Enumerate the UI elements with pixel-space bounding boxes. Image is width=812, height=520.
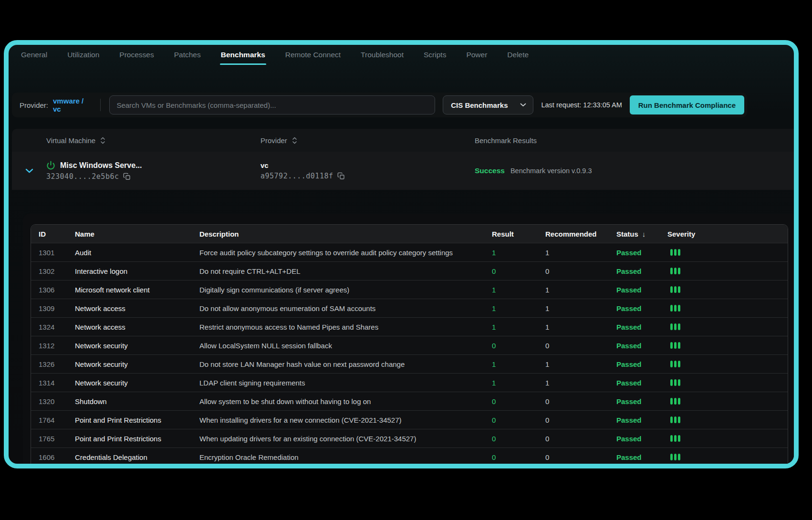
benchmark-row[interactable]: 1320ShutdownAllow system to be shut down… [31,392,788,410]
cell-id: 1606 [31,453,67,461]
cell-status: Passed [616,397,667,406]
cell-name: Microsoft network client [67,286,199,294]
cell-status: Passed [616,267,667,275]
cell-status: Passed [616,323,667,331]
severity-bar [678,416,680,423]
severity-bar [670,342,673,349]
tab-scripts[interactable]: Scripts [424,45,446,65]
cell-recommended: 0 [545,453,616,461]
benchmark-table-header: ID Name Description Result Recommended S… [31,225,788,243]
cell-status: Passed [616,360,667,368]
sort-direction-arrow: ↓ [642,230,646,238]
cell-id: 1764 [31,416,67,424]
cell-description: Digitally sign communications (if server… [199,286,492,294]
cell-status: Passed [616,286,667,294]
cell-result: 1 [492,286,545,294]
expanded-results-container: ID Name Description Result Recommended S… [23,214,799,468]
tab-troubleshoot[interactable]: Troubleshoot [361,45,404,65]
chevron-down-icon [25,168,33,173]
severity-bar [678,361,680,367]
benchmark-table: ID Name Description Result Recommended S… [31,224,788,468]
tab-label: Benchmarks [221,51,265,59]
severity-indicator [667,454,788,460]
tab-power[interactable]: Power [466,45,487,65]
cell-name: Network access [67,304,199,312]
cell-result: 1 [492,304,545,312]
run-benchmark-button[interactable]: Run Benchmark Compliance [630,95,744,114]
provider-id: a95792....d0118f [260,172,333,180]
cell-name: Network access [67,323,199,331]
severity-indicator [667,435,788,442]
column-id: ID [31,230,67,238]
sort-icon[interactable] [100,136,105,145]
severity-bar [674,342,677,349]
cell-description: Force audit policy subcategory settings … [199,249,492,257]
clipped-row [31,466,788,468]
cell-id: 1312 [31,342,67,350]
cell-id: 1765 [31,435,67,443]
screen: GeneralUtilizationProcessesPatchesBenchm… [0,0,812,520]
sort-icon[interactable] [292,136,297,145]
benchmark-row[interactable]: 1606Credentials DelegationEncryption Ora… [31,447,788,466]
cell-name: Network security [67,342,199,350]
severity-indicator [667,398,788,405]
column-label: Provider [260,136,287,145]
tab-benchmarks[interactable]: Benchmarks [221,45,265,65]
cell-id: 1301 [31,249,67,257]
benchmark-row[interactable]: 1309Network accessDo not allow anonymous… [31,299,788,317]
cell-result: 1 [492,360,545,368]
divider [100,99,101,111]
copy-vm-id-button[interactable] [123,173,131,180]
benchmark-row[interactable]: 1302Interactive logonDo not require CTRL… [31,261,788,280]
benchmark-row[interactable]: 1314Network securityLDAP client signing … [31,373,788,392]
severity-indicator [667,361,788,367]
benchmark-row[interactable]: 1324Network accessRestrict anonymous acc… [31,317,788,336]
tab-general[interactable]: General [21,45,47,65]
severity-indicator [667,268,788,274]
benchmark-row[interactable]: 1765Point and Print RestrictionsWhen upd… [31,429,788,447]
cell-status: Passed [616,342,667,350]
tab-processes[interactable]: Processes [119,45,154,65]
severity-bar [670,249,673,256]
benchmark-results-cell: Success Benchmark version v.0.9.3 [475,166,799,175]
cell-recommended: 1 [545,304,616,312]
column-status[interactable]: Status ↓ [616,230,667,238]
tab-label: General [21,51,47,59]
tab-utilization[interactable]: Utilization [67,45,99,65]
provider-name: vc [260,161,269,169]
tab-label: Patches [174,51,201,59]
search-input[interactable] [109,95,435,114]
provider-link[interactable]: vmware / vc [53,97,92,113]
cell-id: 1320 [31,397,67,406]
benchmark-row[interactable]: 1326Network securityDo not store LAN Man… [31,354,788,373]
benchmark-type-select[interactable]: CIS Benchmarks [443,95,533,114]
tab-patches[interactable]: Patches [174,45,201,65]
tab-remote-connect[interactable]: Remote Connect [285,45,341,65]
column-provider[interactable]: Provider [260,136,475,145]
cell-description: Do not allow anonymous enumeration of SA… [199,304,492,312]
benchmark-row[interactable]: 1306Microsoft network clientDigitally si… [31,280,788,299]
cell-name: Interactive logon [67,267,199,275]
severity-indicator [667,305,788,312]
benchmark-row[interactable]: 1301AuditForce audit policy subcategory … [31,243,788,261]
cell-recommended: 0 [545,416,616,424]
vm-row[interactable]: Misc Windows Serve... 323040....2e5b6c [12,152,799,190]
cell-status: Passed [616,435,667,443]
severity-bar [670,323,673,330]
benchmark-row[interactable]: 1764Point and Print RestrictionsWhen ins… [31,410,788,429]
expand-toggle[interactable] [12,168,46,173]
provider-cell: vc a95792....d0118f [260,161,475,180]
cell-id: 1326 [31,360,67,368]
tab-delete[interactable]: Delete [507,45,529,65]
cell-description: When installing drivers for a new connec… [199,416,492,424]
benchmark-row[interactable]: 1312Network securityAllow LocalSystem NU… [31,336,788,354]
severity-bar [670,361,673,367]
column-virtual-machine[interactable]: Virtual Machine [46,136,260,145]
tab-bar: GeneralUtilizationProcessesPatchesBenchm… [9,45,794,65]
severity-bar [674,416,677,423]
copy-provider-id-button[interactable] [337,172,345,180]
severity-bar [674,305,677,312]
cell-recommended: 1 [545,360,616,368]
cell-recommended: 1 [545,249,616,257]
cell-description: Allow system to be shut down without hav… [199,397,492,406]
